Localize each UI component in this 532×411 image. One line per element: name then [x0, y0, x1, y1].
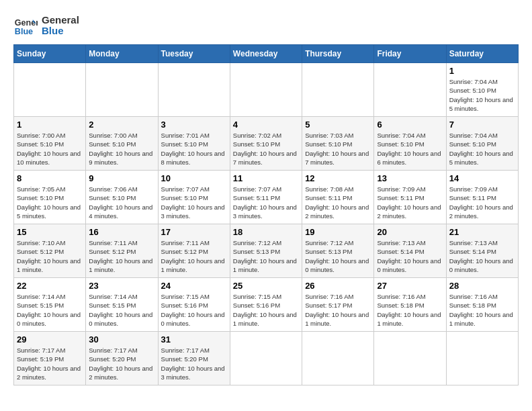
- col-header-saturday: Saturday: [446, 45, 518, 63]
- calendar-cell: 27 Sunrise: 7:16 AM Sunset: 5:18 PM Dayl…: [374, 278, 446, 332]
- calendar-cell: [86, 63, 158, 117]
- calendar-cell: [230, 332, 302, 385]
- day-info: Sunrise: 7:13 AM Sunset: 5:14 PM Dayligh…: [377, 238, 443, 274]
- day-number: 20: [377, 227, 443, 237]
- calendar-cell: 28 Sunrise: 7:16 AM Sunset: 5:18 PM Dayl…: [446, 278, 518, 332]
- day-info: Sunrise: 7:17 AM Sunset: 5:20 PM Dayligh…: [89, 346, 154, 381]
- calendar-cell: 31 Sunrise: 7:17 AM Sunset: 5:20 PM Dayl…: [158, 332, 230, 385]
- day-number: 14: [449, 173, 515, 183]
- day-info: Sunrise: 7:13 AM Sunset: 5:14 PM Dayligh…: [449, 238, 515, 274]
- calendar-cell: 8 Sunrise: 7:05 AM Sunset: 5:10 PM Dayli…: [14, 171, 86, 224]
- day-number: 10: [161, 173, 227, 183]
- day-number: 18: [233, 227, 299, 237]
- day-info: Sunrise: 7:00 AM Sunset: 5:10 PM Dayligh…: [17, 131, 83, 167]
- calendar-cell: 6 Sunrise: 7:04 AM Sunset: 5:10 PM Dayli…: [374, 117, 446, 171]
- calendar-cell: 1 Sunrise: 7:04 AM Sunset: 5:10 PM Dayli…: [446, 63, 518, 117]
- logo: General Blue General Blue: [13, 13, 79, 38]
- day-number: 12: [305, 173, 371, 183]
- day-info: Sunrise: 7:15 AM Sunset: 5:16 PM Dayligh…: [233, 292, 299, 328]
- calendar-cell: 9 Sunrise: 7:06 AM Sunset: 5:10 PM Dayli…: [86, 171, 158, 224]
- calendar-cell: 10 Sunrise: 7:07 AM Sunset: 5:10 PM Dayl…: [158, 171, 230, 224]
- day-number: 27: [377, 281, 443, 291]
- day-info: Sunrise: 7:15 AM Sunset: 5:16 PM Dayligh…: [161, 292, 227, 328]
- day-number: 4: [233, 120, 299, 130]
- day-info: Sunrise: 7:00 AM Sunset: 5:10 PM Dayligh…: [89, 131, 154, 167]
- calendar-cell: 16 Sunrise: 7:11 AM Sunset: 5:12 PM Dayl…: [86, 224, 158, 278]
- day-info: Sunrise: 7:06 AM Sunset: 5:10 PM Dayligh…: [89, 185, 154, 220]
- day-info: Sunrise: 7:03 AM Sunset: 5:10 PM Dayligh…: [305, 131, 371, 167]
- day-info: Sunrise: 7:14 AM Sunset: 5:15 PM Dayligh…: [17, 292, 83, 328]
- day-info: Sunrise: 7:01 AM Sunset: 5:10 PM Dayligh…: [161, 131, 227, 167]
- day-number: 29: [17, 334, 83, 345]
- calendar-cell: 1 Sunrise: 7:00 AM Sunset: 5:10 PM Dayli…: [14, 117, 86, 171]
- day-info: Sunrise: 7:12 AM Sunset: 5:13 PM Dayligh…: [233, 238, 299, 274]
- col-header-monday: Monday: [86, 45, 158, 63]
- calendar-cell: 26 Sunrise: 7:16 AM Sunset: 5:17 PM Dayl…: [302, 278, 374, 332]
- calendar-cell: 4 Sunrise: 7:02 AM Sunset: 5:10 PM Dayli…: [230, 117, 302, 171]
- calendar-cell: 21 Sunrise: 7:13 AM Sunset: 5:14 PM Dayl…: [446, 224, 518, 278]
- calendar-cell: 23 Sunrise: 7:14 AM Sunset: 5:15 PM Dayl…: [86, 278, 158, 332]
- day-number: 9: [89, 173, 154, 183]
- day-number: 1: [449, 66, 515, 76]
- day-number: 3: [161, 120, 227, 130]
- calendar-cell: 13 Sunrise: 7:09 AM Sunset: 5:11 PM Dayl…: [374, 171, 446, 224]
- calendar-cell: [14, 63, 86, 117]
- calendar-cell: [158, 63, 230, 117]
- day-info: Sunrise: 7:05 AM Sunset: 5:10 PM Dayligh…: [17, 185, 83, 220]
- calendar-cell: [302, 63, 374, 117]
- day-number: 30: [89, 334, 154, 345]
- calendar-cell: [302, 332, 374, 385]
- day-info: Sunrise: 7:08 AM Sunset: 5:11 PM Dayligh…: [305, 185, 371, 220]
- col-header-tuesday: Tuesday: [158, 45, 230, 63]
- day-number: 22: [17, 281, 83, 291]
- day-info: Sunrise: 7:09 AM Sunset: 5:11 PM Dayligh…: [449, 185, 515, 220]
- day-info: Sunrise: 7:14 AM Sunset: 5:15 PM Dayligh…: [89, 292, 154, 328]
- day-number: 31: [161, 334, 227, 345]
- day-info: Sunrise: 7:12 AM Sunset: 5:13 PM Dayligh…: [305, 238, 371, 274]
- calendar-cell: 25 Sunrise: 7:15 AM Sunset: 5:16 PM Dayl…: [230, 278, 302, 332]
- day-number: 21: [449, 227, 515, 237]
- day-number: 19: [305, 227, 371, 237]
- col-header-thursday: Thursday: [302, 45, 374, 63]
- day-number: 7: [449, 120, 515, 130]
- day-info: Sunrise: 7:17 AM Sunset: 5:20 PM Dayligh…: [161, 346, 227, 381]
- calendar-cell: [446, 332, 518, 385]
- day-number: 16: [89, 227, 154, 237]
- calendar-cell: [374, 63, 446, 117]
- logo-line2: Blue: [42, 26, 79, 37]
- col-header-sunday: Sunday: [14, 45, 86, 63]
- calendar-cell: 12 Sunrise: 7:08 AM Sunset: 5:11 PM Dayl…: [302, 171, 374, 224]
- calendar-cell: 7 Sunrise: 7:04 AM Sunset: 5:10 PM Dayli…: [446, 117, 518, 171]
- logo-line1: General: [42, 15, 79, 26]
- calendar-cell: [374, 332, 446, 385]
- day-number: 13: [377, 173, 443, 183]
- day-number: 1: [17, 120, 83, 130]
- day-info: Sunrise: 7:16 AM Sunset: 5:18 PM Dayligh…: [449, 292, 515, 328]
- day-number: 25: [233, 281, 299, 291]
- day-info: Sunrise: 7:07 AM Sunset: 5:10 PM Dayligh…: [161, 185, 227, 220]
- day-info: Sunrise: 7:10 AM Sunset: 5:12 PM Dayligh…: [17, 238, 83, 274]
- day-number: 5: [305, 120, 371, 130]
- calendar-cell: 3 Sunrise: 7:01 AM Sunset: 5:10 PM Dayli…: [158, 117, 230, 171]
- day-number: 17: [161, 227, 227, 237]
- calendar-cell: 29 Sunrise: 7:17 AM Sunset: 5:19 PM Dayl…: [14, 332, 86, 385]
- day-info: Sunrise: 7:09 AM Sunset: 5:11 PM Dayligh…: [377, 185, 443, 220]
- day-number: 28: [449, 281, 515, 291]
- calendar-cell: 22 Sunrise: 7:14 AM Sunset: 5:15 PM Dayl…: [14, 278, 86, 332]
- logo-icon: General Blue: [13, 13, 38, 38]
- day-number: 26: [305, 281, 371, 291]
- day-info: Sunrise: 7:07 AM Sunset: 5:11 PM Dayligh…: [233, 185, 299, 220]
- day-number: 15: [17, 227, 83, 237]
- calendar-cell: 5 Sunrise: 7:03 AM Sunset: 5:10 PM Dayli…: [302, 117, 374, 171]
- calendar-cell: 17 Sunrise: 7:11 AM Sunset: 5:12 PM Dayl…: [158, 224, 230, 278]
- calendar-cell: 18 Sunrise: 7:12 AM Sunset: 5:13 PM Dayl…: [230, 224, 302, 278]
- day-number: 23: [89, 281, 154, 291]
- calendar-table: SundayMondayTuesdayWednesdayThursdayFrid…: [13, 44, 519, 385]
- day-number: 6: [377, 120, 443, 130]
- day-info: Sunrise: 7:04 AM Sunset: 5:10 PM Dayligh…: [377, 131, 443, 167]
- day-number: 2: [89, 120, 154, 130]
- col-header-friday: Friday: [374, 45, 446, 63]
- day-info: Sunrise: 7:16 AM Sunset: 5:17 PM Dayligh…: [305, 292, 371, 328]
- header: General Blue General Blue: [13, 13, 519, 38]
- svg-text:Blue: Blue: [15, 27, 33, 36]
